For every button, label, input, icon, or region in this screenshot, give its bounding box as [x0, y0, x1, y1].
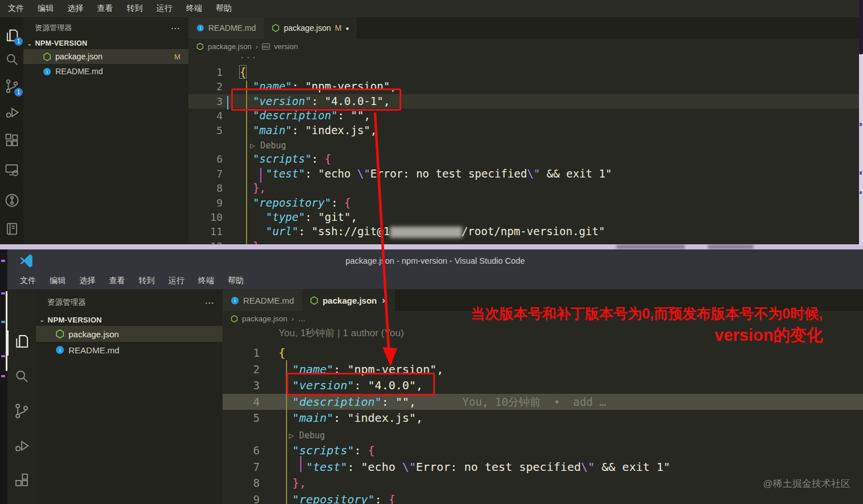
npm-icon: [231, 315, 238, 322]
menu-item[interactable]: 文件: [13, 276, 43, 286]
annotation-line2: version的变化: [715, 324, 823, 347]
run-debug-icon[interactable]: [13, 437, 30, 454]
tab-package-json[interactable]: package.json ×: [302, 289, 395, 311]
folder-row[interactable]: ⌄ NPM-VERSION: [23, 38, 188, 49]
menu-item[interactable]: 编辑: [31, 3, 61, 14]
breadcrumb[interactable]: package.json › abc version: [188, 39, 863, 54]
line-number: [188, 138, 233, 152]
breadcrumb-symbol[interactable]: version: [274, 42, 298, 51]
tab-readme[interactable]: i README.md: [188, 17, 264, 39]
explorer-sidebar: 资源管理器 ··· ⌄ NPM-VERSION package.json i R…: [36, 289, 223, 504]
code-line: 5 "main": "index.js",: [188, 123, 863, 138]
line-number: 1: [223, 345, 267, 361]
token-key: "scripts": [292, 443, 354, 457]
menu-item[interactable]: 编辑: [43, 276, 72, 286]
line-number: 6: [188, 152, 233, 166]
token-pun: :: [347, 460, 361, 474]
code-line: 7 "test": "echo \"Error: no test specifi…: [188, 167, 863, 181]
token-str: && exit 1": [595, 460, 670, 474]
menu-item[interactable]: 转到: [120, 3, 150, 14]
line-content: "test": "echo \"Error: no test specified…: [233, 167, 612, 181]
token-str: "git": [318, 211, 350, 223]
file-row-readme[interactable]: i README.md: [36, 342, 223, 358]
file-row-readme[interactable]: i README.md: [23, 64, 188, 79]
file-row-package-json[interactable]: package.json: [36, 326, 223, 342]
codelens-line[interactable]: ▷ Debug: [223, 426, 863, 443]
source-control-icon[interactable]: 1: [4, 78, 20, 94]
token-sp: [279, 460, 306, 474]
more-actions-icon[interactable]: ···: [171, 24, 180, 33]
line-number: 9: [223, 491, 267, 504]
unsaved-dot-icon[interactable]: ●: [345, 25, 349, 31]
tab-package-json[interactable]: package.json M ●: [264, 17, 357, 39]
run-debug-icon[interactable]: [4, 104, 20, 120]
menu-item[interactable]: 选择: [72, 276, 102, 286]
vscode-window-top: 文件编辑选择查看转到运行终端帮助 1 1: [0, 0, 863, 245]
explorer-icon[interactable]: 1: [4, 27, 20, 43]
token-key: "repository": [292, 493, 375, 504]
breadcrumb-symbol[interactable]: …: [298, 315, 306, 323]
token-bp: {: [325, 152, 331, 165]
token-str: "": [351, 109, 364, 122]
menu-item[interactable]: 终端: [179, 3, 209, 14]
info-icon: i: [43, 67, 51, 76]
svg-text:i: i: [59, 348, 61, 353]
codelens-line[interactable]: ▷ Debug: [188, 138, 863, 152]
line-number: 8: [188, 181, 233, 195]
fold-ellipsis[interactable]: ···: [188, 54, 863, 65]
menu-item[interactable]: 文件: [1, 3, 31, 14]
menu-bar: 文件编辑选择查看转到运行终端帮助: [7, 272, 863, 289]
token-pun: :: [299, 225, 312, 237]
npm-icon: [55, 329, 64, 338]
menu-item[interactable]: 查看: [90, 3, 120, 14]
bracket-guide: [260, 168, 261, 183]
token-str: "index.js": [305, 124, 370, 136]
menu-item[interactable]: 帮助: [209, 3, 239, 14]
activity-bar: [7, 289, 36, 504]
code-line: 11 "url": "ssh://git@1▇▇▇▇▇▇▇▇▇▇▇▇/root/…: [188, 224, 863, 239]
breadcrumb-file[interactable]: package.json: [208, 42, 252, 51]
more-actions-icon[interactable]: ···: [205, 299, 215, 307]
token-bp: {: [368, 443, 375, 457]
menu-item[interactable]: 帮助: [221, 276, 251, 286]
menu-item[interactable]: 终端: [191, 276, 221, 286]
background-scrollbar: [6, 291, 7, 371]
extensions-icon[interactable]: [13, 472, 30, 489]
code-line: 7 "test": "echo \"Error: no test specifi…: [223, 459, 863, 475]
search-icon[interactable]: [4, 51, 20, 67]
line-number: [223, 426, 267, 443]
notebook-icon[interactable]: [4, 221, 20, 237]
search-icon[interactable]: [13, 368, 30, 385]
menu-item[interactable]: 查看: [102, 276, 132, 286]
token-pun: ,: [351, 211, 357, 223]
info-icon: i: [196, 24, 204, 32]
line-number: 4: [188, 108, 233, 123]
code-line: 1{: [188, 65, 863, 79]
menu-item[interactable]: 运行: [162, 276, 191, 286]
gitlens-icon[interactable]: [4, 192, 20, 208]
tab-label: README.md: [208, 23, 256, 33]
breadcrumb-file[interactable]: package.json: [242, 315, 288, 323]
title-bar[interactable]: package.json - npm-version - Visual Stud…: [7, 249, 863, 272]
menu-item[interactable]: 选择: [61, 3, 90, 14]
line-number: 7: [223, 459, 267, 475]
token-pun: ,: [409, 395, 416, 409]
explorer-icon[interactable]: [13, 333, 30, 350]
file-row-package-json[interactable]: package.json M: [23, 49, 188, 64]
menu-item[interactable]: 运行: [150, 3, 179, 14]
token-key: "scripts": [253, 152, 312, 165]
token-pun: :: [312, 152, 325, 165]
file-name: README.md: [55, 67, 103, 76]
extensions-icon[interactable]: [4, 133, 20, 149]
remote-explorer-icon[interactable]: [4, 162, 20, 178]
folder-row[interactable]: ⌄ NPM-VERSION: [36, 312, 223, 326]
token-key: "test": [306, 460, 347, 474]
tab-readme[interactable]: i README.md: [223, 289, 302, 311]
close-icon[interactable]: ×: [382, 296, 387, 305]
menu-item[interactable]: 转到: [132, 276, 162, 286]
bracket-guide: [300, 456, 301, 472]
code-line: 6 "scripts": {: [188, 152, 863, 166]
source-control-icon[interactable]: [13, 402, 30, 420]
tab-label: package.json: [322, 296, 377, 305]
token-pun: :: [331, 196, 344, 209]
